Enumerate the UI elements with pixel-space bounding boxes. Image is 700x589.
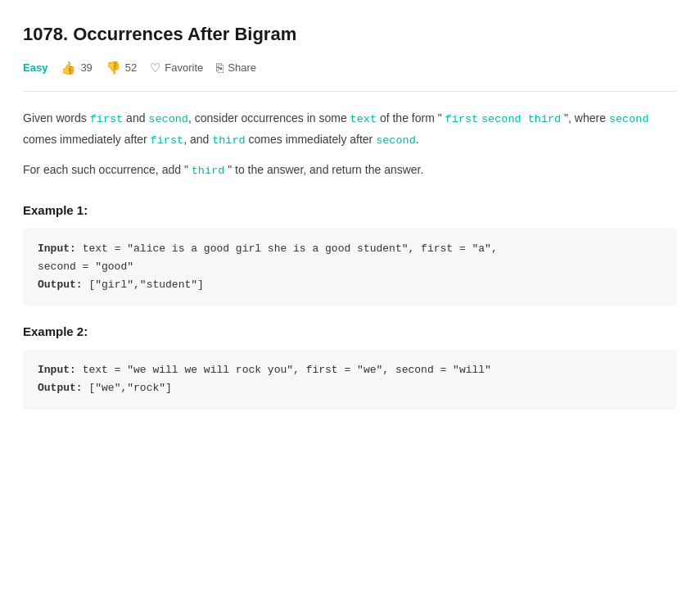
keyword-second: second — [148, 113, 188, 125]
description-paragraph-1: Given words first and second, consider o… — [23, 108, 677, 150]
example-2-output-label: Output: — [38, 382, 83, 394]
page-title: 1078. Occurrences After Bigram — [23, 20, 677, 48]
keyword-text: text — [350, 113, 377, 125]
downvote-item[interactable]: 👎 52 — [106, 58, 137, 78]
meta-row: Easy 👍 39 👎 52 ♡ Favorite ⎘ Share — [23, 58, 677, 92]
heart-icon: ♡ — [150, 58, 160, 78]
example-1-input-label: Input: — [38, 242, 76, 255]
example-2-output-value: ["we","rock"] — [88, 382, 171, 394]
example-1-output-value: ["girl","student"] — [88, 279, 203, 291]
keyword-second-2: second — [609, 113, 649, 125]
upvote-count: 39 — [80, 60, 92, 77]
difficulty-badge: Easy — [23, 60, 47, 77]
example-2-input-label: Input: — [38, 364, 76, 376]
thumbs-down-icon: 👎 — [106, 58, 121, 78]
quoted-third: third — [192, 165, 225, 177]
example-2-output-line: Output: ["we","rock"] — [38, 379, 662, 397]
example-1-output-line: Output: ["girl","student"] — [38, 276, 662, 294]
description-paragraph-2: For each such occurrence, add " third " … — [23, 160, 677, 181]
example-1-block: Input: text = "alice is a good girl she … — [23, 229, 677, 306]
example-1-input-line-1: Input: text = "alice is a good girl she … — [38, 240, 662, 258]
share-label: Share — [228, 60, 256, 77]
upvote-item[interactable]: 👍 39 — [61, 58, 92, 78]
favorite-label: Favorite — [165, 60, 203, 77]
example-1-input-value-line1: text = "alice is a good girl she is a go… — [83, 242, 498, 255]
example-2-block: Input: text = "we will we will rock you"… — [23, 350, 677, 409]
example-1-input-line-2: second = "good" — [38, 258, 662, 276]
example-1-section: Example 1: Input: text = "alice is a goo… — [23, 201, 677, 306]
example-2-section: Example 2: Input: text = "we will we wil… — [23, 322, 677, 409]
share-item[interactable]: ⎘ Share — [216, 58, 256, 78]
example-2-input-line: Input: text = "we will we will rock you"… — [38, 361, 662, 379]
keyword-second-3: second — [376, 134, 416, 147]
quoted-first: first — [445, 113, 479, 125]
quoted-second-third: second third — [481, 113, 561, 125]
keyword-first: first — [90, 113, 124, 125]
keyword-third: third — [212, 134, 246, 147]
share-icon: ⎘ — [216, 58, 224, 78]
example-1-output-label: Output: — [38, 279, 83, 291]
keyword-first-2: first — [151, 134, 184, 147]
problem-description: Given words first and second, consider o… — [23, 108, 677, 181]
example-1-title: Example 1: — [23, 201, 677, 220]
example-2-input-value: text = "we will we will rock you", first… — [83, 364, 491, 376]
example-1-input-value-line2: second = "good" — [38, 261, 133, 273]
thumbs-up-icon: 👍 — [61, 58, 76, 78]
example-2-title: Example 2: — [23, 322, 677, 342]
favorite-item[interactable]: ♡ Favorite — [150, 58, 203, 78]
downvote-count: 52 — [125, 60, 137, 77]
